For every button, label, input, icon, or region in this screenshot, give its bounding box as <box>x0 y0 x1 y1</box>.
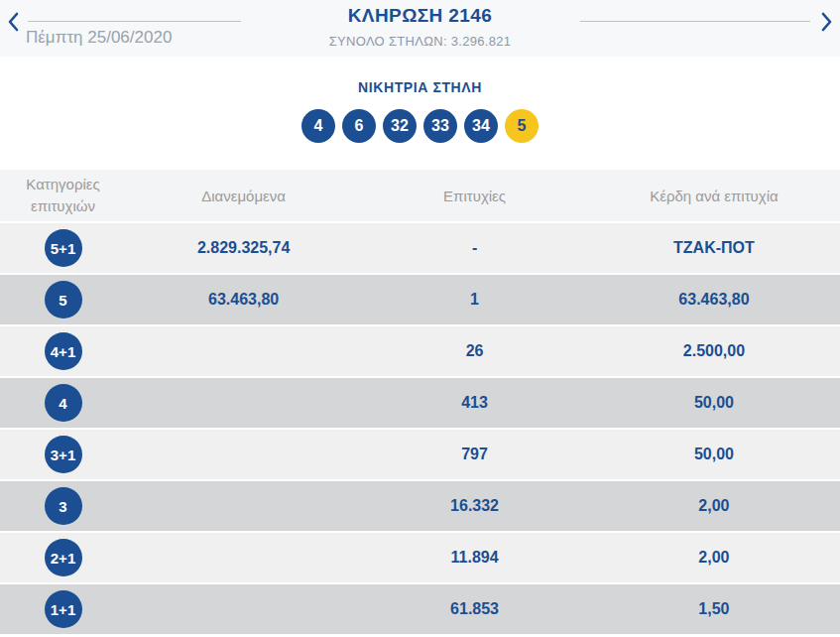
table-row: 2+1 11.894 2,00 <box>0 533 840 582</box>
draw-title: ΚΛΗΡΩΣΗ 2146 <box>0 5 840 27</box>
table-row: 5+1 2.829.325,74 - ΤΖΑΚ-ΠΟΤ <box>0 223 840 273</box>
results-table: Κατηγορίες επιτυχιών Διανεμόμενα Επιτυχί… <box>0 170 840 634</box>
prize-value: 50,00 <box>588 394 840 412</box>
winning-column-section: ΝΙΚΗΤΡΙΑ ΣΤΗΛΗ 4 6 32 33 34 5 <box>0 57 840 164</box>
draw-navigation-bar: Πέμπτη 25/06/2020 ΚΛΗΡΩΣΗ 2146 ΣΥΝΟΛΟ ΣΤ… <box>0 0 840 57</box>
table-row: 1+1 61.853 1,50 <box>0 584 840 634</box>
tier-badge: 4 <box>45 384 82 422</box>
chevron-right-icon <box>820 12 833 35</box>
winners-value: 1 <box>361 291 588 309</box>
tier-badge: 5 <box>45 281 82 318</box>
winning-numbers: 4 6 32 33 34 5 <box>0 109 840 143</box>
prize-value: 1,50 <box>588 600 840 618</box>
prize-value: 2.500,00 <box>588 342 840 360</box>
winning-column-title: ΝΙΚΗΤΡΙΑ ΣΤΗΛΗ <box>0 57 840 95</box>
total-columns-label: ΣΥΝΟΛΟ ΣΤΗΛΩΝ: 3.296.821 <box>0 34 840 49</box>
header-prize: Κέρδη ανά επιτυχία <box>588 188 840 204</box>
winning-number-ball: 33 <box>423 109 457 143</box>
tier-badge: 4+1 <box>45 332 82 370</box>
table-row: 4 413 50,00 <box>0 378 840 428</box>
prize-value: 50,00 <box>588 446 840 463</box>
table-row: 4+1 26 2.500,00 <box>0 326 840 376</box>
distributed-value: 63.463,80 <box>126 291 361 309</box>
table-row: 3 16.332 2,00 <box>0 481 840 531</box>
tier-badge: 2+1 <box>45 539 82 576</box>
winners-value: 16.332 <box>361 497 588 515</box>
draw-title-block: ΚΛΗΡΩΣΗ 2146 ΣΥΝΟΛΟ ΣΤΗΛΩΝ: 3.296.821 <box>0 5 840 49</box>
prize-value: ΤΖΑΚ-ΠΟΤ <box>588 239 840 257</box>
winning-number-ball: 32 <box>383 109 417 143</box>
winning-number-ball: 6 <box>342 109 376 143</box>
header-distributed: Διανεμόμενα <box>126 188 361 204</box>
winners-value: 26 <box>361 342 588 360</box>
right-divider-line <box>580 21 810 22</box>
header-winners: Επιτυχίες <box>361 188 588 204</box>
winners-value: 797 <box>361 446 588 463</box>
bonus-number-ball: 5 <box>505 109 539 143</box>
prize-value: 63.463,80 <box>588 291 840 309</box>
tier-badge: 5+1 <box>45 229 82 267</box>
next-draw-button[interactable] <box>815 10 837 36</box>
distributed-value: 2.829.325,74 <box>126 239 361 257</box>
tier-badge: 1+1 <box>45 590 82 628</box>
winners-value: - <box>361 239 588 257</box>
winners-value: 61.853 <box>361 600 588 618</box>
table-row: 5 63.463,80 1 63.463,80 <box>0 275 840 324</box>
winners-value: 413 <box>361 394 588 412</box>
header-category: Κατηγορίες επιτυχιών <box>0 174 126 218</box>
table-header-row: Κατηγορίες επιτυχιών Διανεμόμενα Επιτυχί… <box>0 170 840 221</box>
winning-number-ball: 4 <box>301 109 335 143</box>
winning-number-ball: 34 <box>464 109 498 143</box>
table-row: 3+1 797 50,00 <box>0 430 840 479</box>
tier-badge: 3 <box>45 487 82 525</box>
winners-value: 11.894 <box>361 549 588 567</box>
prize-value: 2,00 <box>588 549 840 567</box>
prize-value: 2,00 <box>588 497 840 515</box>
tier-badge: 3+1 <box>45 436 82 473</box>
